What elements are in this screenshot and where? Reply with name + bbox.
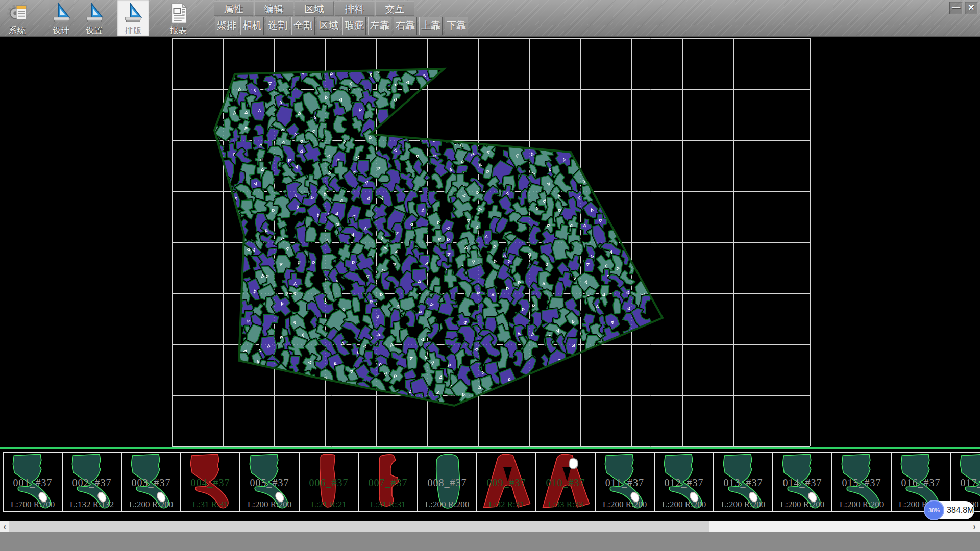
part-label: 002_#37 xyxy=(63,477,121,489)
part-lr-count: L:200 R:200 xyxy=(773,499,831,510)
part-label: 005_#37 xyxy=(240,477,299,489)
part-thumbnail-10[interactable]: 010_#37L:33 R:33 xyxy=(535,452,596,512)
tool-button-1[interactable]: 聚排 xyxy=(215,17,238,35)
part-lr-count: L:32 R:31 xyxy=(477,499,535,510)
part-label: 003_#37 xyxy=(122,477,180,489)
part-thumbnail-12[interactable]: 012_#37L:200 R:200 xyxy=(654,452,714,512)
menu-tab-2[interactable]: 编辑 xyxy=(254,1,293,16)
menu-tab-1[interactable]: 属性 xyxy=(214,1,253,16)
menu-tabs: 属性编辑区域排料交互 xyxy=(214,1,414,16)
part-label: 001_#37 xyxy=(4,477,62,489)
part-label: 006_#37 xyxy=(300,477,358,489)
menu-tab-3[interactable]: 区域 xyxy=(295,1,334,16)
part-thumbnail-1[interactable]: 001_#37L:700 R:700 xyxy=(3,452,63,512)
bottom-status-bar xyxy=(0,532,980,551)
part-thumbnail-9[interactable]: 009_#37L:32 R:31 xyxy=(476,452,536,512)
status-badge: 38% 384.8M xyxy=(925,501,974,519)
part-label: 017_#37 xyxy=(951,477,980,489)
design-setsquare-icon xyxy=(50,2,73,25)
part-thumbnail-13[interactable]: 013_#37L:200 R:200 xyxy=(713,452,773,512)
part-lr-count: L:31 R:31 xyxy=(359,499,417,510)
tool-buttons: 聚排相机选割全割区域瑕疵左靠右靠上靠下靠 xyxy=(215,17,468,35)
part-thumbnail-7[interactable]: 007_#37L:31 R:31 xyxy=(358,452,418,512)
nesting-setsquare-icon xyxy=(121,2,145,25)
part-label: 009_#37 xyxy=(477,477,535,489)
part-thumbnail-3[interactable]: 003_#37L:200 R:200 xyxy=(121,452,181,512)
progress-circle: 38% xyxy=(924,500,944,520)
part-thumbnail-2[interactable]: 002_#37L:132 R:132 xyxy=(62,452,122,512)
part-label: 016_#37 xyxy=(892,477,950,489)
system-gear-icon xyxy=(6,2,29,25)
strip-separator xyxy=(0,447,980,449)
part-label: 014_#37 xyxy=(773,477,831,489)
close-button[interactable]: ✕ xyxy=(965,2,978,14)
menu-tab-4[interactable]: 排料 xyxy=(335,1,374,16)
part-label: 010_#37 xyxy=(536,477,595,489)
part-lr-count: L:33 R:33 xyxy=(536,499,595,510)
part-thumbnail-6[interactable]: 006_#37L:21 R:21 xyxy=(299,452,359,512)
part-lr-count: L:200 R:200 xyxy=(655,499,713,510)
tool-button-5[interactable]: 区域 xyxy=(317,17,340,35)
parts-list: 001_#37L:700 R:700002_#37L:132 R:132003_… xyxy=(0,452,980,512)
part-label: 013_#37 xyxy=(714,477,772,489)
nesting-canvas[interactable] xyxy=(0,37,980,447)
app-button-label: 设计 xyxy=(45,26,77,36)
part-label: 004_#37 xyxy=(181,477,239,489)
report-doc-icon xyxy=(167,2,190,25)
app-button-nesting[interactable]: 排版 xyxy=(117,0,149,36)
part-lr-count: L:200 R:200 xyxy=(418,499,476,510)
app-button-label: 报表 xyxy=(163,26,194,36)
app-button-settings[interactable]: 设置 xyxy=(79,0,110,36)
scroll-right-button[interactable]: › xyxy=(969,521,980,532)
part-lr-count: L:132 R:132 xyxy=(63,499,121,510)
application-window: 系统 设计 设置 xyxy=(0,0,980,551)
part-lr-count: L:200 R:200 xyxy=(240,499,299,510)
menu-tab-5[interactable]: 交互 xyxy=(375,1,414,16)
part-label: 008_#37 xyxy=(418,477,476,489)
toolbar: 系统 设计 设置 xyxy=(0,0,980,37)
app-button-report[interactable]: 报表 xyxy=(163,0,194,36)
app-button-label: 系统 xyxy=(2,26,33,36)
tool-button-9[interactable]: 上靠 xyxy=(419,17,443,35)
part-thumbnail-14[interactable]: 014_#37L:200 R:200 xyxy=(772,452,832,512)
part-lr-count: L:200 R:200 xyxy=(714,499,772,510)
part-label: 007_#37 xyxy=(359,477,417,489)
part-thumbnail-8[interactable]: 008_#37L:200 R:200 xyxy=(417,452,477,512)
part-thumbnail-4[interactable]: 004_#37L:31 R:31 xyxy=(180,452,240,512)
tool-button-8[interactable]: 右靠 xyxy=(394,17,417,35)
minimize-button[interactable]: — xyxy=(949,2,963,14)
part-thumbnail-5[interactable]: 005_#37L:200 R:200 xyxy=(239,452,300,512)
horizontal-scrollbar[interactable]: ‹ › xyxy=(0,521,980,532)
tool-button-10[interactable]: 下靠 xyxy=(445,17,468,35)
part-lr-count: L:21 R:21 xyxy=(300,499,358,510)
settings-setsquare-icon xyxy=(83,2,106,25)
part-lr-count: L:700 R:700 xyxy=(4,499,62,510)
tool-button-3[interactable]: 选割 xyxy=(266,17,289,35)
tool-button-6[interactable]: 瑕疵 xyxy=(342,17,366,35)
tool-button-2[interactable]: 相机 xyxy=(240,17,264,35)
part-lr-count: L:200 R:200 xyxy=(832,499,891,510)
part-lr-count: L:31 R:31 xyxy=(181,499,239,510)
tool-button-4[interactable]: 全割 xyxy=(291,17,315,35)
app-button-label: 设置 xyxy=(79,26,110,36)
part-label: 015_#37 xyxy=(832,477,891,489)
app-button-system[interactable]: 系统 xyxy=(2,0,33,36)
window-controls: — ✕ xyxy=(949,2,978,14)
app-button-design[interactable]: 设计 xyxy=(45,0,77,36)
part-thumbnail-15[interactable]: 015_#37L:200 R:200 xyxy=(831,452,892,512)
part-lr-count: L:200 R:200 xyxy=(596,499,654,510)
part-thumbnail-11[interactable]: 011_#37L:200 R:200 xyxy=(595,452,655,512)
scrollbar-thumb[interactable] xyxy=(9,521,709,532)
part-lr-count: L:200 R:200 xyxy=(122,499,180,510)
part-label: 012_#37 xyxy=(655,477,713,489)
tool-button-7[interactable]: 左靠 xyxy=(368,17,391,35)
app-button-label: 排版 xyxy=(117,26,149,36)
part-label: 011_#37 xyxy=(596,477,654,489)
scroll-left-button[interactable]: ‹ xyxy=(0,521,9,532)
memory-value: 384.8M xyxy=(947,501,973,519)
